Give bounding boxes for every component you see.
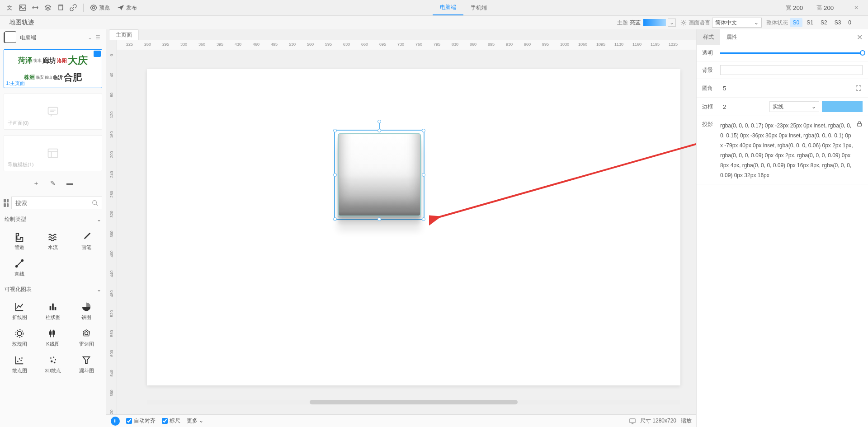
more-button[interactable]: 更多 ⌄ xyxy=(187,417,203,425)
resize-handle-ne[interactable] xyxy=(422,129,425,132)
rotate-handle[interactable] xyxy=(377,120,381,123)
h-scrollbar[interactable] xyxy=(147,400,680,404)
state-s1[interactable]: S1 xyxy=(803,18,816,27)
state-s0[interactable]: S0 xyxy=(790,18,803,27)
sub-canvas-card[interactable]: 子画面(0) xyxy=(4,94,102,130)
tab-style[interactable]: 样式 xyxy=(697,29,720,45)
state-s2[interactable]: S2 xyxy=(817,18,830,27)
ruler-checkbox[interactable]: 标尺 xyxy=(162,417,180,425)
device-select-label: 电脑端 xyxy=(20,34,36,42)
publish-button[interactable]: 发布 xyxy=(113,4,141,12)
tool-brush[interactable]: 画笔 xyxy=(71,229,102,253)
page-thumbnail[interactable]: 菏泽衡水廊坊洛阳大庆株洲临安鞍山临沂合肥 1:主页面 xyxy=(4,49,102,88)
border-style-select[interactable]: 实线⌄ xyxy=(769,101,819,112)
status-badge[interactable]: ⏸ xyxy=(111,417,120,426)
tool-funnel[interactable]: 漏斗图 xyxy=(71,352,102,377)
opacity-slider[interactable] xyxy=(720,52,863,54)
scatter3d-icon xyxy=(47,355,58,366)
tool-piechart[interactable]: 饼图 xyxy=(71,299,102,324)
copy-icon[interactable] xyxy=(55,2,66,13)
svg-rect-18 xyxy=(50,332,52,334)
zoom-label: 缩放 xyxy=(681,417,692,425)
border-color-swatch[interactable] xyxy=(822,101,863,112)
nav-template-card[interactable]: 导航模板(1) xyxy=(4,135,102,171)
tool-barchart[interactable]: 柱状图 xyxy=(37,299,69,324)
tool-pipe[interactable]: 管道 xyxy=(4,229,35,253)
link-icon[interactable] xyxy=(68,2,79,13)
eye-icon xyxy=(90,4,97,11)
left-panel: 电脑端 ⌄ ☰ 菏泽衡水廊坊洛阳大庆株洲临安鞍山临沂合肥 1:主页面 子画面(0… xyxy=(0,29,106,427)
tab-attributes[interactable]: 属性 xyxy=(720,29,744,45)
width-icon[interactable] xyxy=(30,2,41,13)
section-charts-header[interactable]: 可视化图表⌄ xyxy=(0,282,106,297)
tool-radar[interactable]: 雷达图 xyxy=(71,325,102,350)
resize-handle-sw[interactable] xyxy=(333,217,337,221)
preview-label: 预览 xyxy=(99,4,110,12)
edit-button[interactable]: ✎ xyxy=(50,179,56,188)
line-icon xyxy=(14,258,25,269)
tab-mobile[interactable]: 手机端 xyxy=(463,0,494,15)
tab-desktop[interactable]: 电脑端 xyxy=(433,0,463,15)
resize-handle-s[interactable] xyxy=(377,217,381,221)
tool-scatter3d[interactable]: 3D散点 xyxy=(37,352,69,377)
resize-handle-n[interactable] xyxy=(377,129,381,132)
add-button[interactable]: ＋ xyxy=(33,179,39,188)
tool-candle[interactable]: K线图 xyxy=(37,325,69,350)
preview-button[interactable]: 预览 xyxy=(86,4,113,12)
resize-handle-nw[interactable] xyxy=(333,129,337,132)
folder-button[interactable]: ▬ xyxy=(66,179,73,188)
height-input[interactable] xyxy=(824,5,843,11)
theme-dropdown[interactable]: ⌄ xyxy=(668,19,676,27)
lang-value: 简体中文 xyxy=(715,19,737,27)
page-tab[interactable]: 主页面 xyxy=(109,29,139,40)
gear-icon xyxy=(680,19,687,26)
selected-element[interactable] xyxy=(334,130,425,220)
page-canvas[interactable] xyxy=(147,69,680,385)
canvas-scroll[interactable] xyxy=(117,50,696,414)
state-0[interactable]: 0 xyxy=(845,18,854,27)
close-icon[interactable]: ✕ xyxy=(851,2,862,13)
resize-handle-w[interactable] xyxy=(333,173,337,177)
close-panel-icon[interactable]: ✕ xyxy=(851,33,868,42)
file-icon xyxy=(4,32,14,43)
theme-swatch[interactable] xyxy=(643,19,666,26)
tool-linechart[interactable]: 折线图 xyxy=(4,299,35,324)
search-input[interactable] xyxy=(15,200,92,206)
border-width-input[interactable] xyxy=(720,101,767,112)
svg-rect-12 xyxy=(50,306,52,310)
image-icon[interactable] xyxy=(17,2,28,13)
tool-rose[interactable]: 玫瑰图 xyxy=(4,325,35,350)
lang-select[interactable]: 简体中文 ⌄ xyxy=(712,18,762,28)
state-s3[interactable]: S3 xyxy=(831,18,844,27)
width-label: 宽 xyxy=(786,4,791,12)
resize-handle-se[interactable] xyxy=(422,217,425,221)
svg-line-11 xyxy=(17,261,22,266)
auto-align-checkbox[interactable]: 自动对齐 xyxy=(126,417,156,425)
search-icon xyxy=(92,200,98,206)
tool-scatter[interactable]: 散点图 xyxy=(4,352,35,377)
grid-icon[interactable] xyxy=(4,199,9,207)
resize-handle-e[interactable] xyxy=(422,173,425,177)
width-input[interactable] xyxy=(793,5,812,11)
layers-icon[interactable] xyxy=(42,2,53,13)
shadow-value[interactable]: rgba(0, 0, 0, 0.17) 0px -23px 25px 0px i… xyxy=(720,121,854,180)
tool-line[interactable]: 直线 xyxy=(4,255,35,280)
device-select[interactable]: 电脑端 ⌄ ☰ xyxy=(18,34,102,42)
barchart-icon xyxy=(47,301,58,312)
translate-icon[interactable]: 文 xyxy=(5,2,15,13)
background-swatch[interactable] xyxy=(720,65,863,75)
svg-rect-13 xyxy=(52,304,54,310)
tool-wave[interactable]: 水流 xyxy=(37,229,69,253)
svg-point-29 xyxy=(55,359,56,361)
lock-icon[interactable] xyxy=(856,121,863,127)
right-panel: 样式 属性 ✕ 透明 背景 圆角 边框 实线⌄ xyxy=(696,29,868,427)
svg-rect-33 xyxy=(630,418,635,422)
svg-rect-34 xyxy=(858,123,862,126)
radius-input[interactable] xyxy=(720,83,854,94)
layout-icon xyxy=(47,147,59,160)
svg-marker-22 xyxy=(85,331,88,334)
corner-icon[interactable] xyxy=(854,84,863,92)
monitor-icon xyxy=(629,418,636,424)
section-draw-header[interactable]: 绘制类型⌄ xyxy=(0,212,106,227)
svg-point-15 xyxy=(16,330,24,338)
